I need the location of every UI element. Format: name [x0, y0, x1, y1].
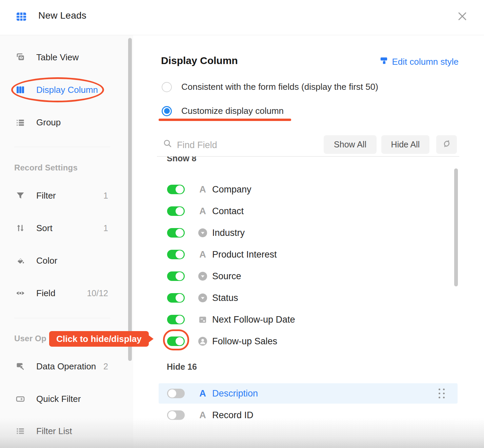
field-visibility-toggle[interactable] — [167, 185, 185, 194]
edit-column-style-link[interactable]: Edit column style — [380, 56, 459, 67]
hide-section-header: Hide 16 — [167, 362, 197, 372]
sort-icon — [16, 223, 25, 233]
hide-all-button[interactable]: Hide All — [381, 135, 429, 154]
sidebar-item-table-view[interactable]: Table View — [16, 50, 117, 64]
field-row: Source — [159, 266, 458, 286]
filter-count-badge: 1 — [103, 191, 108, 201]
field-label: Company — [212, 184, 251, 195]
display-column-icon — [16, 85, 25, 95]
sidebar-item-color[interactable]: Color — [16, 253, 117, 268]
filter-icon — [16, 191, 25, 200]
field-label: Source — [212, 271, 241, 282]
select-field-icon — [198, 272, 207, 281]
sidebar-item-label: Data Operation — [36, 361, 96, 372]
field-eye-icon — [16, 288, 25, 298]
radio-option-customize[interactable]: Customize display column — [162, 106, 284, 116]
sidebar-item-label: Field — [36, 288, 55, 299]
color-bucket-icon — [16, 256, 25, 265]
data-operation-icon — [16, 362, 25, 371]
field-visibility-toggle[interactable] — [167, 206, 185, 216]
field-count-badge: 10/12 — [87, 288, 108, 298]
table-grid-icon — [16, 11, 27, 22]
field-visibility-toggle[interactable] — [167, 250, 185, 259]
field-label: Record ID — [212, 410, 254, 421]
settings-sidebar: Table View Display Column — [0, 35, 133, 448]
sidebar-item-data-operation[interactable]: Data Operation 2 — [16, 359, 117, 373]
dialog-header: New Leads — [0, 0, 484, 35]
text-field-icon: A — [198, 250, 207, 259]
refresh-icon — [442, 139, 452, 151]
field-visibility-toggle[interactable] — [167, 389, 185, 398]
radio-unselected[interactable] — [162, 82, 172, 92]
radio-label: Customize display column — [181, 106, 284, 116]
field-list-scrollbar[interactable] — [454, 168, 458, 286]
edit-column-style-label: Edit column style — [392, 57, 459, 67]
sidebar-divider — [14, 318, 110, 318]
select-field-icon — [198, 228, 207, 237]
close-icon[interactable] — [457, 11, 469, 23]
user-op-heading: User Op — [14, 334, 46, 343]
sidebar-item-label: Filter — [36, 190, 56, 201]
group-icon — [16, 118, 25, 127]
paint-format-icon — [380, 56, 388, 67]
field-label: Contact — [212, 206, 244, 217]
sidebar-item-group[interactable]: Group — [16, 115, 117, 129]
sort-count-badge: 1 — [103, 223, 108, 233]
radio-option-consistent[interactable]: Consistent with the form fields (display… — [162, 82, 378, 92]
sidebar-item-field[interactable]: Field 10/12 — [16, 286, 117, 300]
sidebar-item-sort[interactable]: Sort 1 — [16, 221, 117, 235]
tooltip-label: Click to hide/display — [56, 334, 141, 344]
show-all-label: Show All — [334, 140, 366, 149]
sidebar-item-label: Table View — [36, 52, 79, 63]
page-title: Display Column — [161, 55, 238, 66]
filter-list-icon — [16, 426, 25, 436]
field-row: Next Follow-up Date — [159, 309, 458, 330]
field-row[interactable]: ADescription — [159, 383, 458, 404]
text-field-icon: A — [198, 389, 207, 398]
field-visibility-toggle[interactable] — [167, 315, 185, 324]
show-all-button[interactable]: Show All — [324, 135, 377, 154]
field-row: ACompany — [159, 179, 458, 200]
field-label: Product Interest — [212, 249, 277, 260]
sidebar-item-quick-filter[interactable]: Quick Filter — [16, 392, 117, 406]
record-settings-heading: Record Settings — [14, 163, 78, 172]
field-visibility-toggle[interactable] — [167, 228, 185, 238]
text-field-icon: A — [198, 185, 207, 194]
field-visibility-toggle[interactable] — [167, 271, 185, 281]
sidebar-item-display-column[interactable]: Display Column — [16, 83, 117, 97]
field-visibility-toggle[interactable] — [167, 293, 185, 303]
field-label: Industry — [212, 228, 245, 238]
text-field-icon: A — [198, 207, 207, 216]
field-label: Follow-up Sales — [212, 336, 277, 347]
sidebar-item-label: Quick Filter — [36, 394, 81, 404]
sidebar-scrollbar[interactable] — [128, 38, 132, 361]
hide-all-label: Hide All — [391, 140, 420, 149]
drag-handle-icon[interactable] — [439, 389, 445, 399]
field-visibility-toggle[interactable] — [167, 337, 185, 346]
sidebar-item-filter-list[interactable]: Filter List — [16, 424, 117, 438]
radio-selected[interactable] — [162, 106, 172, 116]
field-row: AProduct Interest — [159, 244, 458, 265]
dialog-title: New Leads — [38, 10, 86, 21]
field-row: Status — [159, 288, 458, 308]
refresh-button[interactable] — [436, 135, 457, 154]
show-section-label: Show 8 — [167, 157, 197, 163]
radio-label: Consistent with the form fields (display… — [181, 82, 378, 92]
person-field-icon — [198, 337, 207, 346]
field-row: Industry — [159, 223, 458, 243]
date-field-icon — [198, 315, 207, 324]
data-operation-count-badge: 2 — [103, 362, 108, 371]
show-section-header: Show 8 — [167, 157, 248, 166]
sidebar-item-label: Group — [36, 117, 61, 128]
field-label: Description — [212, 388, 258, 399]
search-input[interactable] — [176, 138, 306, 152]
hide-display-tooltip: Click to hide/display — [49, 331, 149, 347]
sidebar-item-label: Color — [36, 256, 57, 266]
field-label: Next Follow-up Date — [212, 314, 295, 325]
field-label: Status — [212, 293, 238, 303]
display-column-settings-dialog: New Leads Table View — [0, 0, 484, 448]
quick-filter-icon — [16, 394, 25, 404]
sidebar-item-label: Display Column — [36, 85, 98, 95]
field-visibility-toggle[interactable] — [167, 410, 185, 420]
sidebar-item-filter[interactable]: Filter 1 — [16, 188, 117, 203]
